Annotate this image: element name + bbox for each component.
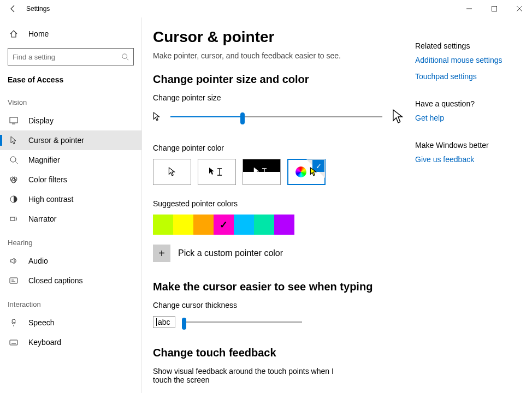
small-cursor-icon bbox=[153, 112, 161, 122]
pointer-color-custom[interactable]: ✓ bbox=[287, 159, 326, 185]
audio-icon bbox=[9, 257, 19, 265]
search-box[interactable] bbox=[8, 48, 134, 66]
custom-color-label: Pick a custom pointer color bbox=[178, 248, 283, 258]
thickness-preview: abc bbox=[153, 316, 175, 328]
pointer-color-options: ✓ bbox=[153, 159, 404, 185]
cursor-thickness-slider[interactable] bbox=[182, 317, 302, 327]
nav-group-title: Hearing bbox=[0, 229, 141, 251]
suggested-color-3[interactable] bbox=[214, 215, 234, 235]
svg-point-18 bbox=[12, 319, 15, 323]
related-heading: Related settings bbox=[415, 41, 532, 50]
pointer-size-label: Change pointer size bbox=[153, 93, 404, 102]
suggested-colors-row bbox=[153, 215, 404, 235]
page-title: Cursor & pointer bbox=[153, 28, 404, 46]
maximize-button[interactable] bbox=[482, 0, 507, 17]
svg-rect-15 bbox=[10, 278, 17, 283]
svg-rect-19 bbox=[10, 340, 17, 345]
keyboard-icon bbox=[9, 338, 19, 347]
back-button[interactable] bbox=[0, 0, 26, 17]
question-heading: Have a question? bbox=[415, 99, 532, 108]
magnifier-icon bbox=[9, 156, 19, 164]
nav-item-label: Magnifier bbox=[28, 156, 60, 164]
nav-item-label: Cursor & pointer bbox=[28, 136, 84, 145]
title-bar: Settings bbox=[0, 0, 532, 17]
nav-item-label: Narrator bbox=[28, 215, 56, 223]
svg-rect-14 bbox=[10, 217, 15, 221]
cursor-section-heading: Make the cursor easier to see when typin… bbox=[153, 281, 404, 293]
nav-item-label: High contrast bbox=[28, 195, 73, 204]
link-get-help[interactable]: Get help bbox=[415, 114, 532, 122]
suggested-colors-label: Suggested pointer colors bbox=[153, 199, 404, 208]
suggested-color-6[interactable] bbox=[274, 215, 294, 235]
search-input[interactable] bbox=[13, 53, 121, 61]
sidebar-item-keyboard[interactable]: Keyboard bbox=[0, 332, 141, 352]
touch-section-heading: Change touch feedback bbox=[153, 347, 404, 359]
nav-item-label: Closed captions bbox=[28, 276, 83, 285]
sidebar-item-cursor-pointer[interactable]: Cursor & pointer bbox=[0, 130, 141, 150]
sidebar-item-audio[interactable]: Audio bbox=[0, 251, 141, 271]
app-title: Settings bbox=[26, 5, 50, 13]
sidebar-item-high-contrast[interactable]: High contrast bbox=[0, 189, 141, 209]
narrator-icon bbox=[9, 215, 19, 223]
sidebar-item-color-filters[interactable]: Color filters bbox=[0, 170, 141, 189]
nav-item-label: Keyboard bbox=[28, 338, 61, 347]
page-description: Make pointer, cursor, and touch feedback… bbox=[153, 51, 404, 60]
suggested-color-4[interactable] bbox=[234, 215, 254, 235]
sidebar-item-closed-captions[interactable]: Closed captions bbox=[0, 271, 141, 290]
category-title: Ease of Access bbox=[0, 69, 141, 88]
home-icon bbox=[9, 29, 19, 38]
svg-rect-6 bbox=[10, 117, 17, 123]
big-cursor-icon bbox=[392, 109, 404, 125]
sidebar-item-magnifier[interactable]: Magnifier bbox=[0, 150, 141, 170]
touch-toggle-label: Show visual feedback around the touch po… bbox=[153, 367, 350, 384]
pointer-size-section-heading: Change pointer size and color bbox=[153, 73, 404, 86]
link-feedback[interactable]: Give us feedback bbox=[415, 155, 532, 164]
link-touchpad[interactable]: Touchpad settings bbox=[415, 72, 532, 81]
close-button[interactable] bbox=[507, 0, 532, 17]
custom-color-row[interactable]: + Pick a custom pointer color bbox=[153, 245, 404, 262]
pointer-color-label: Change pointer color bbox=[153, 144, 404, 152]
svg-rect-1 bbox=[492, 7, 497, 11]
home-label: Home bbox=[28, 29, 49, 38]
colorfilters-icon bbox=[9, 175, 19, 184]
sidebar-item-narrator[interactable]: Narrator bbox=[0, 209, 141, 229]
captions-icon bbox=[9, 276, 19, 285]
sidebar-item-speech[interactable]: Speech bbox=[0, 313, 141, 332]
nav-group-title: Interaction bbox=[0, 290, 141, 313]
svg-line-9 bbox=[15, 162, 17, 164]
nav-item-label: Audio bbox=[28, 257, 48, 265]
nav-item-label: Speech bbox=[28, 318, 54, 327]
search-icon bbox=[121, 53, 129, 61]
cursor-thickness-label: Change cursor thickness bbox=[153, 301, 404, 309]
suggested-color-2[interactable] bbox=[193, 215, 214, 235]
suggested-color-5[interactable] bbox=[254, 215, 274, 235]
contrast-icon bbox=[9, 195, 19, 204]
pointer-size-slider[interactable] bbox=[170, 111, 382, 122]
pointer-color-white[interactable] bbox=[153, 159, 191, 185]
color-wheel-icon bbox=[295, 166, 306, 177]
nav-item-label: Color filters bbox=[28, 175, 67, 184]
pointer-color-black[interactable] bbox=[198, 159, 236, 185]
svg-line-5 bbox=[127, 58, 129, 61]
right-column: Related settings Additional mouse settin… bbox=[404, 28, 532, 393]
plus-icon: + bbox=[153, 245, 170, 262]
link-additional-mouse[interactable]: Additional mouse settings bbox=[415, 56, 532, 64]
home-nav[interactable]: Home bbox=[0, 24, 141, 44]
speech-icon bbox=[9, 318, 19, 327]
sidebar: Home Ease of Access VisionDisplayCursor … bbox=[0, 17, 142, 393]
feedback-heading: Make Windows better bbox=[415, 141, 532, 150]
nav-item-label: Display bbox=[28, 116, 54, 125]
suggested-color-1[interactable] bbox=[173, 215, 193, 235]
svg-point-4 bbox=[122, 54, 127, 59]
display-icon bbox=[9, 116, 19, 125]
suggested-color-0[interactable] bbox=[153, 215, 173, 235]
pointer-color-inverted[interactable] bbox=[243, 159, 281, 185]
nav-group-title: Vision bbox=[0, 88, 141, 111]
cursor-icon bbox=[9, 136, 19, 145]
sidebar-item-display[interactable]: Display bbox=[0, 111, 141, 130]
minimize-button[interactable] bbox=[457, 0, 482, 17]
main-content: Cursor & pointer Make pointer, cursor, a… bbox=[142, 17, 532, 393]
svg-point-8 bbox=[10, 157, 16, 162]
